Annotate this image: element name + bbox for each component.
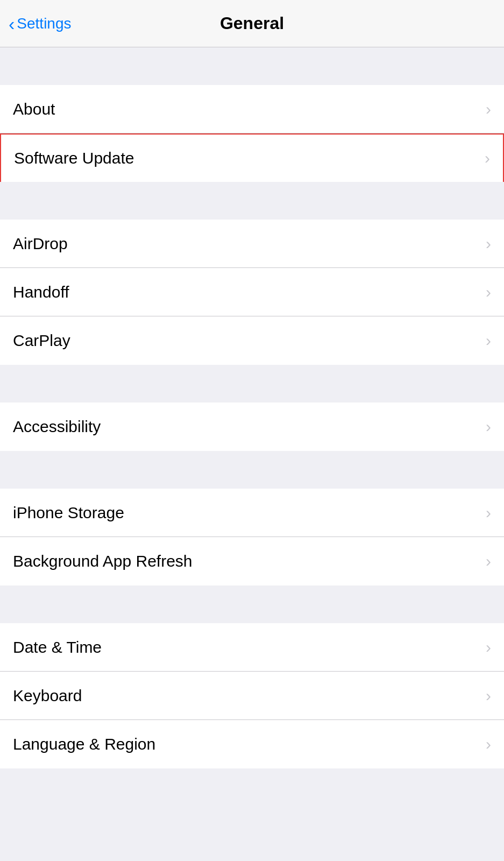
about-chevron-icon: › bbox=[486, 100, 491, 118]
navigation-bar: ‹ Settings General bbox=[0, 0, 504, 47]
back-chevron-icon: ‹ bbox=[9, 15, 15, 33]
software-update-chevron-icon: › bbox=[485, 149, 490, 167]
iphone-storage-item[interactable]: iPhone Storage › bbox=[0, 489, 504, 537]
keyboard-label: Keyboard bbox=[13, 687, 82, 705]
airdrop-chevron-icon: › bbox=[486, 235, 491, 253]
section-4: iPhone Storage › Background App Refresh … bbox=[0, 489, 504, 585]
section-gap-bottom bbox=[0, 768, 504, 806]
back-button[interactable]: ‹ Settings bbox=[9, 15, 72, 33]
software-update-item[interactable]: Software Update › bbox=[0, 133, 504, 182]
iphone-storage-chevron-icon: › bbox=[486, 504, 491, 522]
keyboard-chevron-icon: › bbox=[486, 687, 491, 705]
section-gap-4 bbox=[0, 451, 504, 489]
carplay-label: CarPlay bbox=[13, 331, 70, 350]
language-region-label: Language & Region bbox=[13, 735, 155, 753]
language-region-chevron-icon: › bbox=[486, 735, 491, 753]
accessibility-item[interactable]: Accessibility › bbox=[0, 403, 504, 451]
handoff-label: Handoff bbox=[13, 283, 69, 301]
carplay-chevron-icon: › bbox=[486, 331, 491, 350]
accessibility-label: Accessibility bbox=[13, 418, 101, 436]
section-2: AirDrop › Handoff › CarPlay › bbox=[0, 220, 504, 365]
accessibility-chevron-icon: › bbox=[486, 418, 491, 436]
background-app-refresh-label: Background App Refresh bbox=[13, 552, 193, 570]
section-gap-top bbox=[0, 47, 504, 85]
section-gap-5 bbox=[0, 585, 504, 623]
date-time-item[interactable]: Date & Time › bbox=[0, 623, 504, 672]
about-label: About bbox=[13, 100, 55, 118]
section-1: About › Software Update › bbox=[0, 85, 504, 182]
background-app-refresh-item[interactable]: Background App Refresh › bbox=[0, 537, 504, 585]
section-gap-2 bbox=[0, 182, 504, 220]
page-title: General bbox=[220, 13, 284, 33]
section-gap-3 bbox=[0, 365, 504, 403]
software-update-label: Software Update bbox=[14, 149, 134, 167]
background-app-refresh-chevron-icon: › bbox=[486, 552, 491, 570]
about-item[interactable]: About › bbox=[0, 85, 504, 133]
handoff-item[interactable]: Handoff › bbox=[0, 268, 504, 316]
date-time-chevron-icon: › bbox=[486, 638, 491, 657]
handoff-chevron-icon: › bbox=[486, 283, 491, 301]
airdrop-label: AirDrop bbox=[13, 235, 68, 253]
section-3: Accessibility › bbox=[0, 403, 504, 451]
language-region-item[interactable]: Language & Region › bbox=[0, 720, 504, 768]
keyboard-item[interactable]: Keyboard › bbox=[0, 672, 504, 720]
date-time-label: Date & Time bbox=[13, 638, 102, 657]
section-5: Date & Time › Keyboard › Language & Regi… bbox=[0, 623, 504, 768]
back-label: Settings bbox=[17, 15, 71, 32]
carplay-item[interactable]: CarPlay › bbox=[0, 316, 504, 365]
airdrop-item[interactable]: AirDrop › bbox=[0, 220, 504, 268]
iphone-storage-label: iPhone Storage bbox=[13, 504, 124, 522]
